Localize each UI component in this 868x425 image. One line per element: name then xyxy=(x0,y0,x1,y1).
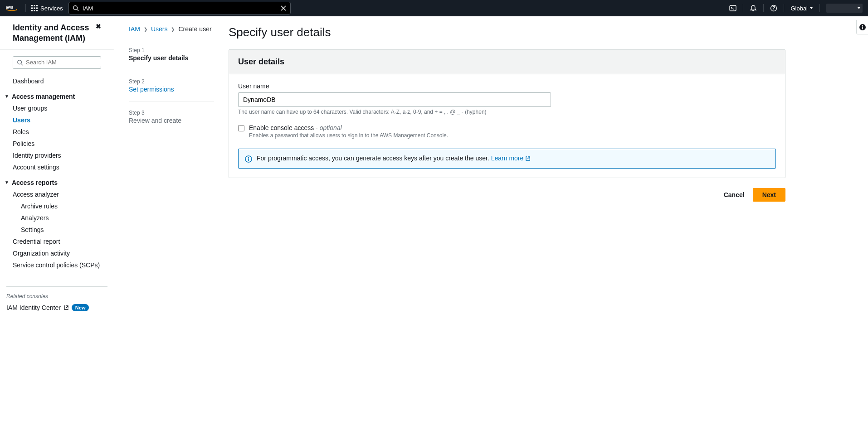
new-badge: New xyxy=(72,304,89,311)
breadcrumb-create-user: Create user xyxy=(178,25,211,33)
username-label: User name xyxy=(238,82,776,90)
divider xyxy=(25,4,26,12)
sidebar-item-dashboard[interactable]: Dashboard xyxy=(6,75,107,87)
username-input[interactable] xyxy=(238,92,551,107)
chevron-right-icon: ❯ xyxy=(144,27,147,32)
breadcrumb-iam[interactable]: IAM xyxy=(129,25,140,33)
svg-point-26 xyxy=(862,25,863,26)
services-menu[interactable]: Services xyxy=(31,5,63,12)
global-search-input[interactable] xyxy=(83,5,277,12)
external-link-icon xyxy=(63,305,69,310)
divider xyxy=(763,4,764,12)
sidebar-section-access-reports[interactable]: ▼ Access reports xyxy=(5,177,107,188)
sidebar-item-policies[interactable]: Policies xyxy=(6,138,107,150)
svg-line-19 xyxy=(21,63,23,65)
sidebar-search-input[interactable] xyxy=(26,59,102,66)
divider xyxy=(743,4,743,12)
grid-icon xyxy=(31,5,38,11)
learn-more-link[interactable]: Learn more xyxy=(491,155,531,162)
svg-rect-27 xyxy=(862,26,863,29)
search-icon xyxy=(73,5,79,11)
svg-rect-9 xyxy=(36,10,38,11)
breadcrumb: IAM ❯ Users ❯ Create user xyxy=(129,25,214,33)
username-hint: The user name can have up to 64 characte… xyxy=(238,109,776,115)
user-details-panel: User details User name The user name can… xyxy=(229,49,785,178)
services-label: Services xyxy=(40,5,63,12)
sidebar-section-access-management[interactable]: ▼ Access management xyxy=(5,91,107,102)
divider xyxy=(819,4,820,12)
svg-rect-5 xyxy=(34,8,35,9)
sidebar-item-settings[interactable]: Settings xyxy=(15,224,107,236)
info-panel-toggle[interactable] xyxy=(856,20,868,34)
wizard-step-1[interactable]: Step 1 Specify user details xyxy=(129,43,214,70)
sidebar-item-access-analyzer[interactable]: Access analyzer xyxy=(6,188,107,200)
svg-point-18 xyxy=(18,60,22,64)
aws-logo[interactable]: aws xyxy=(5,5,18,12)
sidebar-search[interactable] xyxy=(13,56,101,69)
region-selector[interactable]: Global xyxy=(790,5,813,12)
topbar-right: Global xyxy=(729,4,863,13)
svg-line-24 xyxy=(527,157,530,159)
next-button[interactable]: Next xyxy=(753,188,785,202)
help-icon[interactable] xyxy=(770,5,777,12)
info-icon xyxy=(245,155,252,163)
close-sidebar-icon[interactable]: ✖ xyxy=(96,23,101,30)
svg-point-10 xyxy=(73,6,78,10)
panel-title: User details xyxy=(238,57,776,67)
sidebar-item-archive-rules[interactable]: Archive rules xyxy=(15,200,107,212)
sidebar-item-roles[interactable]: Roles xyxy=(6,126,107,138)
svg-rect-6 xyxy=(36,8,38,9)
top-navigation-bar: aws Services Global xyxy=(0,0,868,16)
sidebar-title: Identity and Access Management (IAM) xyxy=(13,23,96,44)
chevron-right-icon: ❯ xyxy=(171,27,175,32)
svg-rect-3 xyxy=(36,5,38,6)
svg-point-17 xyxy=(774,10,775,10)
svg-rect-7 xyxy=(31,10,33,11)
svg-line-11 xyxy=(77,10,78,11)
sidebar-item-scps[interactable]: Service control policies (SCPs) xyxy=(6,259,107,271)
divider xyxy=(784,4,784,12)
sidebar-item-users[interactable]: Users xyxy=(6,114,107,126)
console-access-checkbox[interactable] xyxy=(238,125,244,131)
wizard-step-3: Step 3 Review and create xyxy=(129,106,214,132)
svg-point-22 xyxy=(248,157,249,158)
sidebar: Identity and Access Management (IAM) ✖ D… xyxy=(0,16,114,425)
global-search[interactable] xyxy=(68,2,291,14)
svg-text:aws: aws xyxy=(6,5,14,10)
info-text: For programmatic access, you can generat… xyxy=(257,155,531,162)
account-menu[interactable] xyxy=(826,4,863,13)
breadcrumb-users[interactable]: Users xyxy=(151,25,168,33)
notifications-icon[interactable] xyxy=(750,5,757,12)
page-title: Specify user details xyxy=(229,25,785,39)
related-link-iam-identity-center[interactable]: IAM Identity Center New xyxy=(0,302,114,313)
cloudshell-icon[interactable] xyxy=(729,5,736,12)
search-icon xyxy=(17,59,23,66)
sidebar-item-account-settings[interactable]: Account settings xyxy=(6,161,107,173)
console-access-label: Enable console access - optional xyxy=(249,124,448,131)
svg-rect-23 xyxy=(248,159,249,161)
sidebar-item-organization-activity[interactable]: Organization activity xyxy=(6,247,107,259)
svg-line-20 xyxy=(66,306,68,308)
console-access-hint: Enables a password that allows users to … xyxy=(249,132,448,139)
clear-search-icon[interactable] xyxy=(280,5,287,11)
caret-down-icon: ▼ xyxy=(5,94,9,99)
sidebar-item-identity-providers[interactable]: Identity providers xyxy=(6,150,107,161)
svg-rect-4 xyxy=(31,8,33,9)
svg-rect-1 xyxy=(31,5,33,6)
sidebar-item-user-groups[interactable]: User groups xyxy=(6,102,107,114)
sidebar-item-analyzers[interactable]: Analyzers xyxy=(15,212,107,224)
svg-rect-8 xyxy=(34,10,35,11)
related-consoles-label: Related consoles xyxy=(0,293,114,302)
svg-rect-2 xyxy=(34,5,35,6)
cancel-button[interactable]: Cancel xyxy=(722,188,746,201)
caret-down-icon xyxy=(809,6,813,10)
caret-down-icon: ▼ xyxy=(5,180,9,185)
wizard-step-2[interactable]: Step 2 Set permissions xyxy=(129,75,214,101)
caret-down-icon xyxy=(857,6,861,10)
region-label: Global xyxy=(790,5,808,12)
sidebar-item-credential-report[interactable]: Credential report xyxy=(6,236,107,247)
info-box: For programmatic access, you can generat… xyxy=(238,149,776,169)
